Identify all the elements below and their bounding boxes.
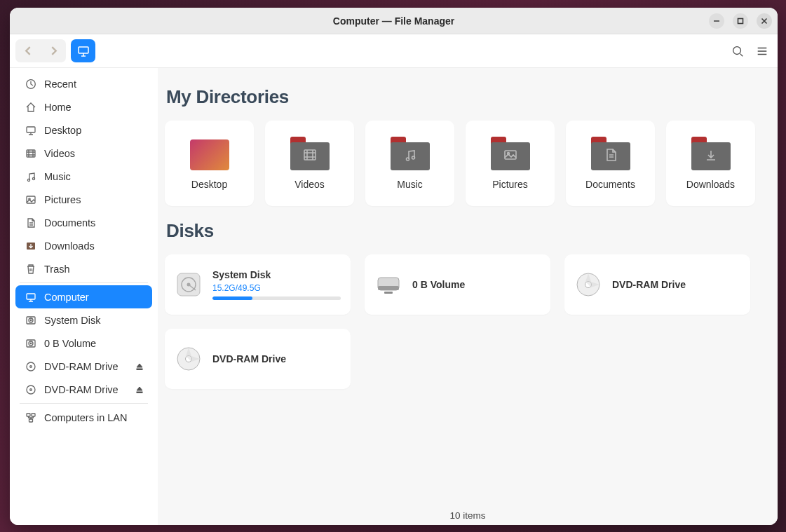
directory-label: Videos [294, 179, 325, 190]
window-title: Computer — File Manager [333, 15, 454, 27]
sidebar-item-label: Desktop [44, 125, 145, 136]
directory-card-pictures[interactable]: Pictures [466, 121, 555, 206]
directories-grid: Desktop Videos Music Pictures Documents … [165, 121, 771, 206]
trash-icon [25, 264, 36, 275]
maximize-icon [737, 18, 744, 25]
sidebar-item-label: Music [44, 171, 145, 182]
status-text: 10 items [449, 510, 485, 521]
svg-point-13 [29, 318, 33, 322]
sidebar-item-pictures[interactable]: Pictures [15, 188, 152, 211]
forward-button[interactable] [41, 39, 66, 62]
svg-rect-30 [505, 151, 516, 159]
directory-label: Pictures [492, 179, 528, 190]
optical-drive-icon [574, 271, 602, 299]
close-button[interactable] [757, 13, 772, 29]
status-bar: 10 items [158, 505, 778, 525]
directory-card-music[interactable]: Music [365, 121, 454, 206]
chevron-left-icon [24, 46, 33, 55]
sidebar-item-home[interactable]: Home [15, 95, 152, 118]
sidebar-item-label: Computers in LAN [44, 412, 145, 423]
sidebar-item-label: Documents [44, 217, 145, 229]
sidebar-item-system-disk[interactable]: System Disk [15, 308, 152, 332]
svg-point-22 [30, 388, 32, 390]
document-icon [25, 217, 36, 229]
music-icon [25, 171, 36, 182]
minimize-button[interactable] [709, 13, 724, 29]
sidebar-item-downloads[interactable]: Downloads [15, 234, 152, 257]
svg-point-7 [32, 177, 34, 179]
eject-icon[interactable] [135, 362, 145, 371]
directory-card-documents[interactable]: Documents [566, 121, 655, 206]
disk-name: DVD-RAM Drive [612, 279, 740, 290]
sidebar-item-label: 0 B Volume [44, 338, 145, 349]
file-manager-window: Computer — File Manager [10, 8, 778, 525]
ext-drive-icon [374, 271, 402, 299]
monitor-icon [25, 292, 36, 303]
sidebar-item-label: System Disk [44, 315, 145, 326]
sidebar-item-recent[interactable]: Recent [15, 72, 152, 95]
desktop-icon [25, 125, 36, 136]
disk-icon [25, 315, 36, 326]
sidebar-item-desktop[interactable]: Desktop [15, 118, 152, 142]
svg-rect-36 [378, 286, 399, 290]
svg-point-2 [733, 46, 741, 54]
svg-rect-25 [32, 414, 35, 416]
directory-label: Downloads [686, 179, 735, 190]
svg-point-19 [30, 365, 32, 367]
svg-point-28 [406, 158, 409, 161]
svg-point-14 [30, 320, 32, 321]
svg-rect-23 [137, 392, 142, 393]
sidebar-item-label: DVD-RAM Drive [44, 384, 128, 395]
disk-card-system-disk[interactable]: System Disk15.2G/49.5G [165, 254, 351, 315]
disk-name: DVD-RAM Drive [212, 353, 341, 364]
disk-name: System Disk [212, 269, 341, 280]
sidebar-item-computers-in-lan[interactable]: Computers in LAN [15, 406, 152, 429]
chevron-right-icon [49, 46, 58, 55]
svg-point-16 [29, 341, 33, 346]
sidebar-item-trash[interactable]: Trash [15, 257, 152, 280]
pictures-icon [25, 194, 36, 205]
sidebar-item-documents[interactable]: Documents [15, 211, 152, 234]
monitor-icon [76, 44, 90, 58]
search-button[interactable] [728, 41, 747, 61]
optical-drive-icon [175, 345, 203, 373]
svg-point-21 [27, 386, 35, 394]
maximize-button[interactable] [733, 13, 748, 29]
svg-rect-11 [27, 294, 35, 299]
toolbar [10, 34, 778, 68]
eject-icon[interactable] [135, 385, 145, 395]
location-button[interactable] [71, 39, 95, 62]
back-button[interactable] [15, 39, 41, 62]
content-area: My Directories Desktop Videos Music Pict… [158, 68, 778, 525]
sidebar-item-videos[interactable]: Videos [15, 142, 152, 165]
sidebar-item-label: Videos [44, 148, 145, 159]
sidebar-item-label: Computer [44, 292, 145, 303]
sidebar-item-computer[interactable]: Computer [15, 285, 152, 308]
disk-card-0-b-volume[interactable]: 0 B Volume [365, 254, 550, 315]
svg-rect-1 [79, 47, 88, 53]
directory-card-desktop[interactable]: Desktop [165, 121, 254, 206]
directory-card-videos[interactable]: Videos [265, 121, 354, 206]
sidebar-item-dvd-ram-drive[interactable]: DVD-RAM Drive [15, 355, 152, 378]
sidebar: RecentHomeDesktopVideosMusicPicturesDocu… [10, 68, 158, 525]
svg-rect-4 [27, 127, 35, 132]
sidebar-item-0-b-volume[interactable]: 0 B Volume [15, 332, 152, 355]
svg-point-6 [27, 179, 29, 181]
menu-button[interactable] [752, 41, 772, 61]
directory-card-downloads[interactable]: Downloads [666, 121, 755, 206]
section-title-directories: My Directories [166, 86, 771, 108]
section-title-disks: Disks [166, 220, 771, 242]
directory-label: Music [397, 179, 423, 190]
disk-card-dvd-ram-drive[interactable]: DVD-RAM Drive [564, 254, 750, 315]
minimize-icon [713, 18, 720, 25]
svg-rect-5 [27, 150, 35, 157]
hdd-drive-icon [175, 271, 203, 299]
sidebar-item-dvd-ram-drive[interactable]: DVD-RAM Drive [15, 378, 152, 401]
sidebar-item-label: Home [44, 102, 145, 113]
sidebar-item-music[interactable]: Music [15, 165, 152, 188]
optical-icon [25, 384, 36, 395]
disk-usage-label: 15.2G/49.5G [212, 283, 341, 293]
close-icon [761, 18, 768, 25]
sidebar-item-label: Trash [44, 264, 145, 275]
disk-card-dvd-ram-drive[interactable]: DVD-RAM Drive [165, 329, 351, 389]
